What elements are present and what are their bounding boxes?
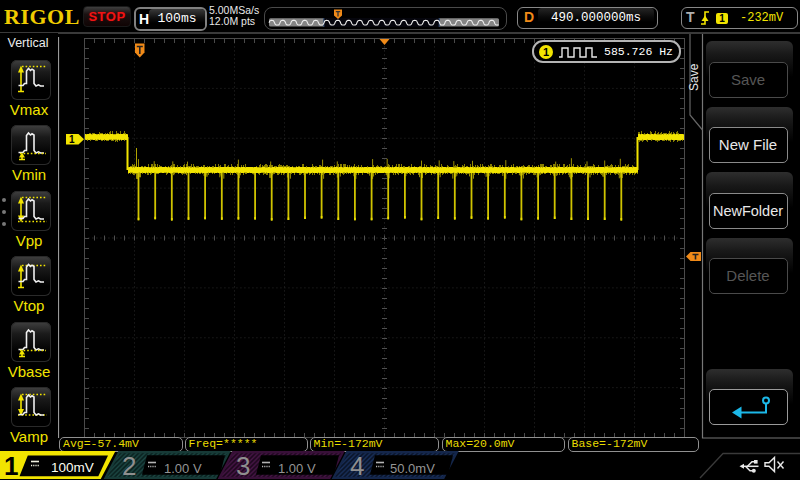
svg-text:2: 2 xyxy=(122,451,136,480)
svg-text:1.00 V: 1.00 V xyxy=(278,461,316,476)
svg-text:4: 4 xyxy=(350,451,364,480)
svg-text:1: 1 xyxy=(4,451,18,480)
svg-text:50.0mV: 50.0mV xyxy=(390,461,435,476)
svg-text:1.00 V: 1.00 V xyxy=(164,461,202,476)
svg-text:3: 3 xyxy=(236,451,250,480)
svg-text:1: 1 xyxy=(69,134,75,145)
svg-text:100mV: 100mV xyxy=(51,460,94,475)
